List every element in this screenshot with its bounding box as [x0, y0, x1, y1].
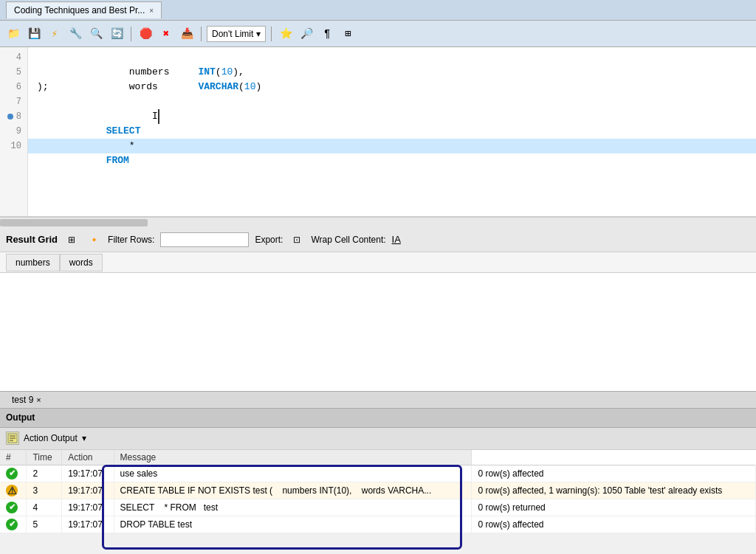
bottom-section: test 9 × Output Action Output [0, 391, 756, 555]
col-words-label: words [69, 257, 93, 268]
col-message: Message [114, 450, 472, 465]
lightning-wrench-icon: 🔧 [69, 27, 82, 40]
dropdown-arrow-icon: ▾ [256, 29, 261, 39]
test9-tab-close[interactable]: × [36, 395, 41, 404]
output-row-2: ✔ 2 19:17:07 use sales 0 row(s) affected [0, 465, 756, 482]
col-time: Time [27, 450, 62, 465]
output-row-5: ✔ 5 19:17:07 DROP TABLE test 0 row(s) af… [0, 516, 756, 533]
col-action: Action [62, 450, 114, 465]
row3-num: 3 [27, 482, 62, 499]
output-header: Output [0, 409, 756, 428]
code-line-7: I [28, 94, 756, 109]
grid-icon: ⊞ [345, 27, 351, 40]
save-button[interactable]: 💾 [25, 25, 43, 43]
toolbar-separator-1 [131, 27, 131, 41]
line-num-6: 6 [0, 80, 27, 94]
limit-dropdown-label: Don't Limit [212, 29, 253, 39]
export-label: Export: [255, 235, 283, 245]
horizontal-scrollbar[interactable] [0, 217, 756, 227]
code-content: numbers INT(10), words VARCHAR(10) ); I … [28, 47, 756, 216]
wrap-cell-icon: IA [392, 234, 401, 245]
stop-x-button[interactable]: ✖ [157, 25, 175, 43]
stop-red-button[interactable]: 🛑 [137, 25, 154, 43]
title-bar: Coding Techniques and Best Pr... × [0, 0, 756, 21]
star-icon: ⭐ [280, 27, 292, 40]
import-button[interactable]: 📥 [178, 25, 196, 43]
col-hash: # [0, 450, 27, 465]
limit-dropdown[interactable]: Don't Limit ▾ [207, 26, 266, 42]
row3-message: 0 row(s) affected, 1 warning(s): 1050 Ta… [472, 482, 756, 499]
col-header-words[interactable]: words [60, 254, 103, 271]
search-button[interactable]: 🔍 [87, 25, 105, 43]
paragraph-button[interactable]: ¶ [318, 25, 336, 43]
filter-icon: 🔎 [300, 27, 313, 40]
line-num-9: 9 [0, 124, 27, 139]
row5-num: 5 [27, 516, 62, 533]
import-icon: 📥 [181, 27, 193, 40]
action-output-icon [6, 432, 19, 445]
result-grid-header: Result Grid ⊞ 🔸 Filter Rows: Export: ⊡ W… [0, 227, 756, 252]
row4-time: 19:17:07 [62, 499, 114, 516]
status-warn-icon: ⚠ [6, 485, 18, 496]
output-row-4: ✔ 4 19:17:07 SELECT * FROM test 0 row(s)… [0, 499, 756, 516]
output-table-header-row: # Time Action Message [0, 450, 756, 465]
line-num-5: 5 [0, 65, 27, 80]
refresh-button[interactable]: 🔄 [108, 25, 126, 43]
editor-section: 4 5 6 7 8 9 10 numbers INT(10), [0, 47, 756, 227]
action-output-svg-icon [7, 433, 18, 443]
grid-button[interactable]: ⊞ [339, 25, 357, 43]
result-grid-icon-btn[interactable]: ⊞ [63, 232, 80, 248]
row5-status: ✔ [0, 516, 27, 533]
row3-time: 19:17:07 [62, 482, 114, 499]
line-num-4: 4 [0, 50, 27, 65]
output-section: Action Output ▾ # Time Action Message [0, 428, 756, 533]
result-grid-label: Result Grid [6, 234, 58, 245]
code-editor[interactable]: 4 5 6 7 8 9 10 numbers INT(10), [0, 47, 756, 217]
code-line-10: FROM [28, 139, 756, 153]
star-button[interactable]: ⭐ [277, 25, 295, 43]
row5-time: 19:17:07 [62, 516, 114, 533]
col-header-numbers[interactable]: numbers [6, 254, 60, 271]
action-output-dropdown-arrow[interactable]: ▾ [82, 433, 86, 443]
tab-close-button[interactable]: × [149, 7, 154, 15]
code-line-4: numbers INT(10), [28, 50, 756, 65]
filter-button[interactable]: 🔎 [298, 25, 315, 43]
title-tab[interactable]: Coding Techniques and Best Pr... × [6, 1, 162, 18]
stop-x-icon: ✖ [163, 27, 169, 40]
row4-num: 4 [27, 499, 62, 516]
bottom-tab-bar: test 9 × [0, 391, 756, 409]
toolbar: 📁 💾 ⚡ 🔧 🔍 🔄 🛑 ✖ 📥 Don't Limit ▾ ⭐ 🔎 ¶ ⊞ [0, 21, 756, 47]
filter-rows-label: Filter Rows: [108, 235, 154, 245]
row3-action: CREATE TABLE IF NOT EXISTS test ( number… [114, 482, 472, 499]
row2-status: ✔ [0, 465, 27, 482]
wrap-cell-label: Wrap Cell Content: [311, 235, 385, 245]
result-columns: numbers words [0, 252, 756, 273]
result-section: Result Grid ⊞ 🔸 Filter Rows: Export: ⊡ W… [0, 227, 756, 391]
stop-red-icon: 🛑 [140, 27, 152, 40]
test9-tab[interactable]: test 9 × [6, 393, 47, 406]
col-numbers-label: numbers [16, 257, 50, 268]
scrollbar-thumb[interactable] [0, 219, 148, 226]
row4-action: SELECT * FROM test [114, 499, 472, 516]
code-lines: 4 5 6 7 8 9 10 numbers INT(10), [0, 47, 756, 216]
status-ok-icon-3: ✔ [6, 519, 18, 530]
row4-status: ✔ [0, 499, 27, 516]
output-header-label: Output [6, 412, 35, 423]
execute-current-button[interactable]: 🔧 [66, 25, 84, 43]
row2-time: 19:17:07 [62, 465, 114, 482]
execute-button[interactable]: ⚡ [46, 25, 63, 43]
status-ok-icon: ✔ [6, 468, 18, 479]
action-output-bar: Action Output ▾ [0, 428, 756, 450]
filter-rows-input[interactable] [160, 232, 249, 247]
export-button[interactable]: ⊡ [289, 232, 305, 248]
title-tab-label: Coding Techniques and Best Pr... [14, 5, 145, 15]
open-folder-button[interactable]: 📁 [4, 25, 22, 43]
result-grid-icon2-btn[interactable]: 🔸 [86, 232, 102, 248]
action-output-label: Action Output [24, 433, 78, 443]
line-num-10: 10 [0, 139, 27, 153]
line-num-8: 8 [0, 109, 27, 124]
row2-num: 2 [27, 465, 62, 482]
test9-tab-label: test 9 [12, 395, 33, 405]
breakpoint-dot [7, 114, 13, 120]
output-row-3: ⚠ 3 19:17:07 CREATE TABLE IF NOT EXISTS … [0, 482, 756, 499]
